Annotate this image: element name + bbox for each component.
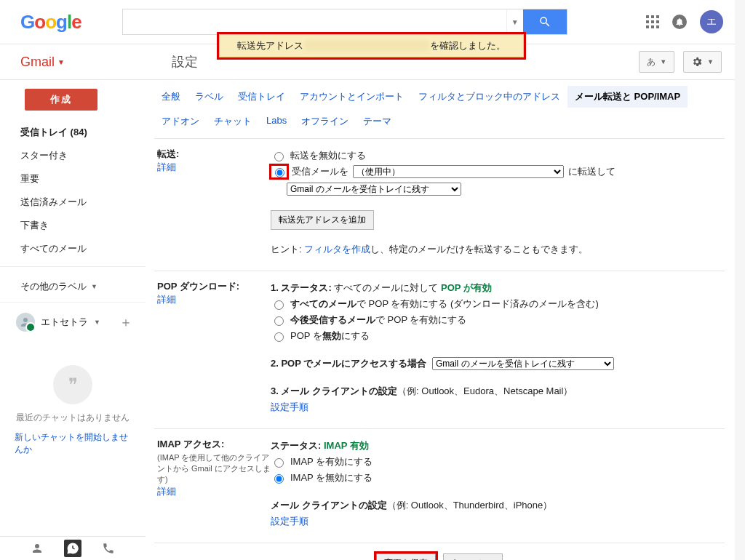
compose-button[interactable]: 作成	[25, 89, 97, 111]
apps-icon[interactable]	[646, 15, 659, 28]
pop-now-rest: で POP を有効にする	[375, 314, 466, 325]
imap-client-label: メール クライアントの設定	[271, 500, 387, 511]
forward-enable-pre: 受信メールを	[292, 164, 348, 180]
save-changes-button[interactable]: 変更を保存	[376, 553, 436, 560]
tab-filters[interactable]: フィルタとブロック中のアドレス	[411, 86, 567, 108]
nav-starred[interactable]: スター付き	[0, 144, 146, 167]
hangouts-icon: ❞	[53, 365, 92, 404]
pop-status-label: 1. ステータス:	[271, 282, 332, 293]
forward-enable-post: に転送して	[568, 164, 615, 180]
pop-label: POP ダウンロード:	[157, 281, 239, 292]
imap-sublabel: (IMAP を使用して他のクライアントから Gmail にアクセスします)	[157, 452, 271, 485]
imap-disable-radio[interactable]	[274, 474, 284, 484]
pop-access-label: 2. POP でメールにアクセスする場合	[271, 358, 426, 369]
pop-client-label: 3. メール クライアントの設定	[271, 385, 397, 396]
add-forward-address-button[interactable]: 転送先アドレスを追加	[271, 210, 374, 230]
pop-detail-link[interactable]: 詳細	[157, 294, 176, 305]
create-filter-link[interactable]: フィルタを作成	[304, 244, 370, 255]
pop-now-bold: 今後受信するメール	[290, 314, 375, 325]
settings-tabs-row2: アドオン チャット Labs オフライン テーマ	[154, 111, 725, 132]
settings-tabs-row1: 全般 ラベル 受信トレイ アカウントとインポート フィルタとブロック中のアドレス…	[154, 86, 725, 108]
imap-enable-radio[interactable]	[274, 458, 284, 468]
add-chat-button[interactable]: ＋	[119, 313, 132, 331]
tab-forwarding-pop-imap[interactable]: メール転送と POP/IMAP	[567, 86, 688, 108]
nav-inbox[interactable]: 受信トレイ (84)	[0, 121, 146, 144]
nav-other-labels[interactable]: その他のラベル▼	[0, 273, 146, 296]
pop-access-select[interactable]: Gmail のメールを受信トレイに残す	[432, 357, 614, 370]
search-icon	[538, 15, 551, 28]
forward-enable-radio[interactable]	[275, 168, 284, 177]
pop-client-examples: （例: Outlook、Eudora、Netscape Mail）	[397, 385, 573, 396]
forward-hint-post: し、特定のメールだけを転送することもできます。	[370, 244, 588, 255]
search-button[interactable]	[523, 9, 567, 34]
tab-addons[interactable]: アドオン	[154, 111, 207, 132]
pop-status-value: POP が有効	[441, 282, 492, 293]
pop-dis-post: にする	[341, 330, 370, 341]
forward-keep-select[interactable]: Gmail のメールを受信トレイに残す	[287, 183, 461, 196]
banner-text-suffix: を確認しました。	[430, 39, 506, 52]
search-options-dropdown[interactable]: ▼	[506, 9, 523, 34]
hangouts-footer-icon[interactable]	[64, 540, 81, 557]
imap-section: IMAP アクセス: (IMAP を使用して他のクライアントから Gmail に…	[154, 428, 725, 543]
tab-inbox[interactable]: 受信トレイ	[231, 86, 292, 108]
banner-text-prefix: 転送先アドレス	[237, 39, 303, 52]
presence-dot-icon	[25, 322, 36, 332]
tab-labs[interactable]: Labs	[259, 111, 294, 132]
forward-address-select[interactable]: （使用中）	[353, 165, 564, 178]
imap-status-value: IMAP 有効	[324, 440, 369, 451]
phone-footer-icon[interactable]	[102, 542, 115, 555]
forward-disable-radio[interactable]	[274, 152, 284, 161]
cancel-button[interactable]: キャンセル	[443, 553, 503, 560]
imap-status-label: ステータス:	[271, 440, 324, 451]
forward-disable-label: 転送を無効にする	[290, 148, 366, 164]
no-recent-chats-text: 最近のチャットはありません	[16, 412, 130, 424]
gear-icon	[691, 56, 703, 68]
pop-setup-link[interactable]: 設定手順	[271, 401, 308, 412]
chat-account[interactable]: エトセトラ ▼ ＋	[0, 308, 146, 336]
save-bar: 変更を保存 キャンセル	[154, 543, 725, 560]
account-avatar[interactable]: エ	[700, 10, 723, 33]
search-bar: ▼	[122, 9, 567, 35]
nav-allmail[interactable]: すべてのメール	[0, 237, 146, 260]
input-method-button[interactable]: あ▼	[639, 51, 674, 73]
pop-all-radio[interactable]	[274, 300, 284, 310]
tab-general[interactable]: 全般	[154, 86, 188, 108]
contacts-footer-icon[interactable]	[31, 542, 44, 555]
notifications-icon[interactable]	[672, 15, 687, 29]
tab-chat[interactable]: チャット	[207, 111, 259, 132]
chat-account-name: エトセトラ	[41, 316, 88, 329]
tab-accounts[interactable]: アカウントとインポート	[292, 86, 411, 108]
nav-sent[interactable]: 送信済みメール	[0, 191, 146, 214]
pop-dis-pre: POP を	[290, 330, 322, 341]
imap-disable-label: IMAP を無効にする	[290, 470, 372, 486]
forward-hint-pre: ヒント:	[271, 244, 304, 255]
forwarding-label: 転送:	[157, 148, 179, 159]
pop-all-rest: で POP を有効にする (ダウンロード済みのメールを含む)	[356, 298, 599, 309]
gmail-menu[interactable]: Gmail▼	[0, 55, 166, 70]
page-title: 設定	[172, 53, 198, 71]
nav-drafts[interactable]: 下書き	[0, 214, 146, 237]
pop-disable-radio[interactable]	[274, 332, 284, 342]
imap-client-examples: （例: Outlook、Thunderbird、iPhone）	[387, 500, 553, 511]
confirmation-banner: 転送先アドレス を確認しました。	[217, 32, 526, 60]
nav-important[interactable]: 重要	[0, 167, 146, 191]
imap-setup-link[interactable]: 設定手順	[271, 516, 308, 527]
pop-status-mid: すべてのメールに対して	[332, 282, 441, 293]
tab-offline[interactable]: オフライン	[294, 111, 356, 132]
pop-from-now-radio[interactable]	[274, 316, 284, 326]
forwarding-detail-link[interactable]: 詳細	[157, 161, 176, 172]
google-logo[interactable]: Google	[20, 11, 81, 33]
pop-all-bold: すべてのメール	[290, 298, 356, 309]
redacted-address	[305, 41, 429, 51]
imap-detail-link[interactable]: 詳細	[157, 486, 176, 497]
start-chat-link[interactable]: 新しいチャットを開始しませんか	[15, 431, 131, 456]
pop-section: POP ダウンロード: 詳細 1. ステータス: すべてのメールに対して POP…	[154, 271, 725, 428]
tab-labels[interactable]: ラベル	[188, 86, 231, 108]
imap-label: IMAP アクセス:	[157, 439, 224, 449]
chat-avatar-icon	[16, 313, 35, 332]
settings-gear-button[interactable]: ▼	[683, 51, 722, 73]
pop-dis-bold: 無効	[322, 330, 341, 341]
search-input[interactable]	[123, 9, 506, 34]
tab-themes[interactable]: テーマ	[356, 111, 399, 132]
imap-enable-label: IMAP を有効にする	[290, 454, 372, 470]
